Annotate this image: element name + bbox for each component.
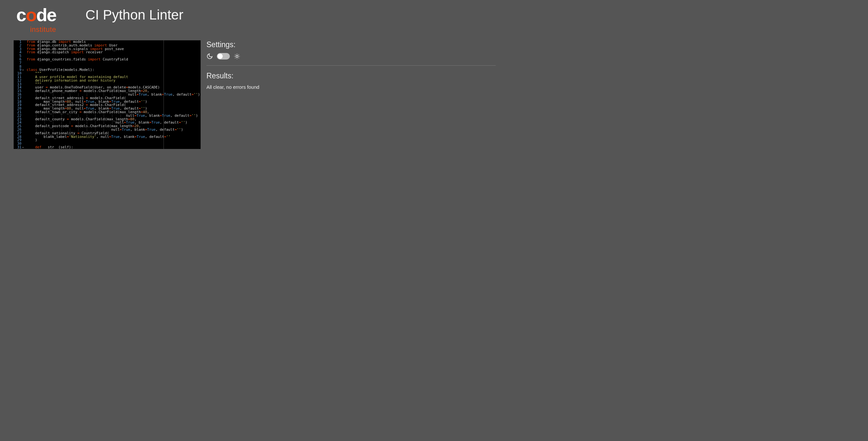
moon-icon	[207, 53, 213, 60]
results-text: All clear, no errors found	[207, 84, 496, 90]
logo-subtitle: institute	[30, 25, 56, 34]
page-title: CI Python Linter	[86, 7, 183, 23]
code-line[interactable]: blank_label='Nationality', null=True, bl…	[27, 135, 200, 139]
line-number: 31	[14, 146, 22, 149]
svg-line-7	[235, 58, 236, 58]
fold-arrow-icon[interactable]: ▾	[22, 146, 24, 149]
ruler-line	[163, 40, 164, 149]
fold-column: ▾▾	[23, 40, 26, 149]
logo: code institute	[16, 6, 56, 34]
theme-settings-row	[207, 53, 496, 60]
sun-icon	[234, 53, 240, 60]
logo-main: code	[16, 6, 56, 24]
code-line[interactable]: def __str__(self):	[27, 146, 200, 149]
code-editor[interactable]: 1234567891011121314151617181920212223242…	[14, 40, 200, 149]
fold-arrow-icon[interactable]: ▾	[22, 68, 24, 72]
svg-line-4	[239, 58, 239, 58]
header: code institute CI Python Linter	[0, 0, 502, 34]
settings-heading: Settings:	[207, 40, 496, 49]
code-content[interactable]: from django.db import modelsfrom django.…	[26, 40, 200, 149]
divider	[207, 65, 496, 66]
theme-toggle[interactable]	[217, 53, 230, 60]
code-line[interactable]: delivery information and order history	[27, 79, 200, 83]
sidebar: Settings: Results: All clear, no errors …	[207, 40, 502, 149]
svg-line-3	[235, 54, 236, 55]
main: 1234567891011121314151617181920212223242…	[0, 34, 502, 149]
logo-letter-o: o	[26, 5, 36, 25]
line-number-gutter: 1234567891011121314151617181920212223242…	[14, 40, 23, 149]
svg-line-8	[239, 54, 239, 55]
code-line[interactable]: from django_countries.fields import Coun…	[27, 58, 200, 61]
svg-point-0	[236, 55, 238, 58]
code-line[interactable]: class UserProfile(models.Model):	[27, 68, 200, 72]
code-line[interactable]: )	[27, 139, 200, 142]
code-line[interactable]: from django.dispatch import receiver	[27, 51, 200, 54]
code-line[interactable]	[27, 61, 200, 65]
logo-letters-de: de	[36, 5, 56, 25]
logo-letter-c: c	[16, 5, 26, 25]
results-heading: Results:	[207, 71, 496, 80]
toggle-knob	[217, 54, 223, 59]
